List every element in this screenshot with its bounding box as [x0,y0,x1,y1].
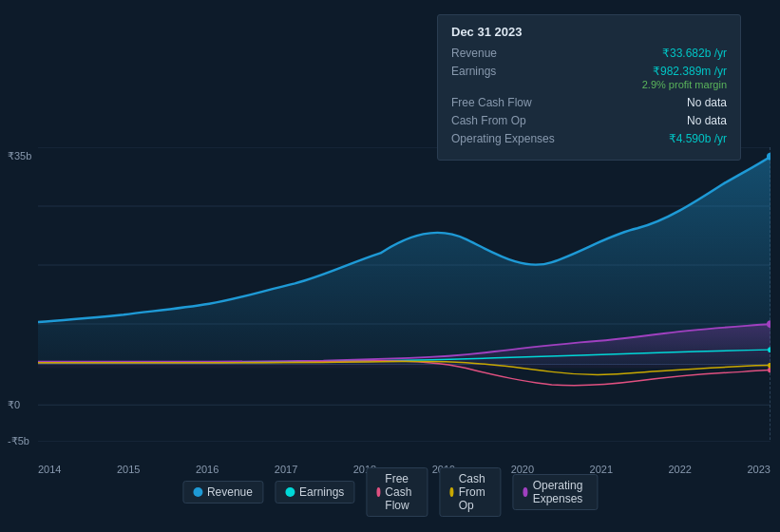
legend-dot-earnings [285,487,295,497]
y-label-35b: ₹35b [8,150,31,162]
legend-dot-fcf [376,487,380,497]
tooltip-row-earnings: Earnings ₹982.389m /yr 2.9% profit margi… [451,65,727,91]
tooltip-value-opex: ₹4.590b /yr [669,132,727,145]
tooltip-label-opex: Operating Expenses [451,132,565,145]
legend-label-opex: Operating Expenses [533,479,587,505]
tooltip-label-fcf: Free Cash Flow [451,96,565,109]
legend-dot-cashfromop [449,487,453,497]
tooltip-value-fcf: No data [687,96,727,109]
tooltip-value-revenue: ₹33.682b /yr [662,47,727,60]
x-label-2022: 2022 [669,464,692,475]
tooltip-row-fcf: Free Cash Flow No data [451,96,727,109]
legend-item-fcf[interactable]: Free Cash Flow [366,467,428,517]
y-label-neg5b: -₹5b [8,435,29,447]
legend-item-earnings[interactable]: Earnings [275,481,354,504]
tooltip-row-revenue: Revenue ₹33.682b /yr [451,47,727,60]
tooltip: Dec 31 2023 Revenue ₹33.682b /yr Earning… [437,14,741,161]
x-label-2023: 2023 [747,464,770,475]
tooltip-value-earnings: ₹982.389m /yr 2.9% profit margin [642,65,727,91]
tooltip-title: Dec 31 2023 [451,25,727,39]
tooltip-value-cashfromop: No data [687,114,727,127]
legend-label-fcf: Free Cash Flow [385,472,417,512]
x-label-2015: 2015 [117,464,140,475]
tooltip-row-cashfromop: Cash From Op No data [451,114,727,127]
legend-dot-revenue [193,487,202,497]
tooltip-row-opex: Operating Expenses ₹4.590b /yr [451,132,727,145]
tooltip-label-revenue: Revenue [451,47,565,60]
y-label-0: ₹0 [8,399,20,411]
x-label-2014: 2014 [38,464,61,475]
chart-area [38,147,770,442]
tooltip-label-cashfromop: Cash From Op [451,114,565,127]
tooltip-label-earnings: Earnings [451,65,565,78]
legend-label-earnings: Earnings [299,485,344,499]
legend-item-revenue[interactable]: Revenue [182,481,263,504]
legend-item-cashfromop[interactable]: Cash From Op [439,467,501,517]
legend-label-revenue: Revenue [207,485,253,499]
legend: Revenue Earnings Free Cash Flow Cash Fro… [182,467,598,517]
legend-dot-opex [523,487,527,497]
chart-container: Dec 31 2023 Revenue ₹33.682b /yr Earning… [0,0,780,532]
chart-svg [38,147,770,442]
legend-label-cashfromop: Cash From Op [459,472,491,512]
legend-item-opex[interactable]: Operating Expenses [512,474,598,510]
